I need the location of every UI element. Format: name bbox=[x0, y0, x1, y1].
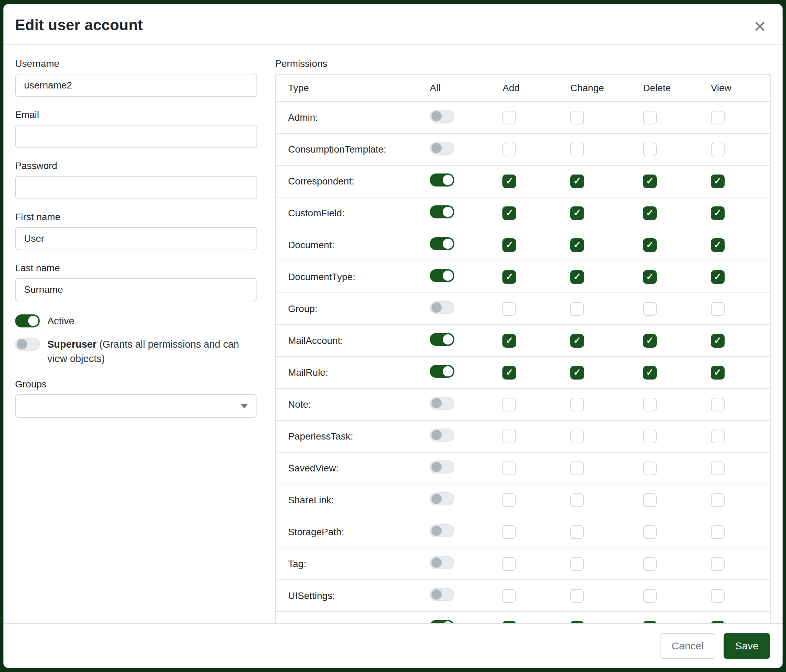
delete-checkbox[interactable] bbox=[643, 302, 657, 316]
view-checkbox[interactable]: ✓ bbox=[711, 174, 725, 188]
view-checkbox[interactable] bbox=[711, 557, 725, 571]
last-name-field[interactable] bbox=[15, 278, 257, 301]
view-checkbox[interactable] bbox=[711, 589, 725, 603]
change-checkbox[interactable] bbox=[570, 302, 584, 316]
all-toggle[interactable] bbox=[430, 524, 454, 537]
change-checkbox[interactable]: ✓ bbox=[570, 206, 584, 220]
change-checkbox[interactable]: ✓ bbox=[570, 334, 584, 348]
view-checkbox[interactable] bbox=[711, 111, 725, 124]
view-checkbox[interactable]: ✓ bbox=[711, 334, 725, 348]
delete-checkbox[interactable]: ✓ bbox=[643, 270, 657, 284]
change-checkbox[interactable]: ✓ bbox=[570, 621, 584, 624]
add-checkbox[interactable] bbox=[502, 462, 516, 475]
delete-checkbox[interactable] bbox=[643, 557, 657, 571]
all-toggle[interactable] bbox=[430, 588, 454, 601]
change-checkbox[interactable]: ✓ bbox=[570, 238, 584, 252]
save-button[interactable]: Save bbox=[723, 633, 770, 659]
add-checkbox[interactable] bbox=[502, 111, 516, 124]
all-toggle[interactable] bbox=[430, 206, 454, 218]
delete-checkbox[interactable]: ✓ bbox=[643, 238, 657, 252]
all-toggle[interactable] bbox=[430, 620, 454, 623]
add-checkbox[interactable]: ✓ bbox=[502, 270, 516, 284]
add-checkbox[interactable] bbox=[502, 589, 516, 603]
all-toggle[interactable] bbox=[430, 333, 454, 346]
password-field[interactable] bbox=[15, 176, 257, 199]
delete-checkbox[interactable] bbox=[643, 143, 657, 156]
all-toggle[interactable] bbox=[430, 429, 454, 441]
delete-checkbox[interactable] bbox=[643, 493, 657, 507]
first-name-field[interactable] bbox=[15, 227, 257, 250]
add-checkbox[interactable] bbox=[502, 398, 516, 411]
view-checkbox[interactable]: ✓ bbox=[711, 270, 725, 284]
change-checkbox[interactable] bbox=[570, 493, 584, 507]
add-checkbox[interactable] bbox=[502, 557, 516, 571]
add-checkbox[interactable]: ✓ bbox=[502, 206, 516, 220]
close-icon[interactable]: × bbox=[754, 16, 771, 34]
permission-row: StoragePath: bbox=[275, 516, 770, 548]
delete-checkbox[interactable]: ✓ bbox=[643, 206, 657, 220]
all-toggle[interactable] bbox=[430, 460, 454, 474]
add-checkbox[interactable] bbox=[502, 430, 516, 443]
view-checkbox[interactable] bbox=[711, 493, 725, 507]
view-checkbox[interactable]: ✓ bbox=[711, 238, 725, 252]
delete-checkbox[interactable] bbox=[643, 430, 657, 443]
change-checkbox[interactable] bbox=[570, 143, 584, 156]
change-checkbox[interactable]: ✓ bbox=[570, 366, 584, 380]
view-checkbox[interactable] bbox=[711, 462, 725, 475]
change-checkbox[interactable] bbox=[570, 462, 584, 475]
all-toggle[interactable] bbox=[430, 492, 454, 506]
add-checkbox[interactable]: ✓ bbox=[502, 174, 516, 188]
password-label: Password bbox=[15, 160, 257, 171]
change-checkbox[interactable] bbox=[570, 111, 584, 124]
view-checkbox[interactable] bbox=[711, 302, 725, 316]
username-input[interactable] bbox=[15, 74, 257, 97]
view-checkbox[interactable] bbox=[711, 525, 725, 539]
add-checkbox[interactable] bbox=[502, 493, 516, 507]
delete-checkbox[interactable]: ✓ bbox=[643, 366, 657, 380]
add-checkbox[interactable] bbox=[502, 143, 516, 156]
add-checkbox[interactable]: ✓ bbox=[502, 366, 516, 380]
all-toggle[interactable] bbox=[430, 110, 454, 123]
delete-checkbox[interactable] bbox=[643, 525, 657, 539]
all-toggle[interactable] bbox=[430, 173, 454, 187]
change-checkbox[interactable] bbox=[570, 525, 584, 539]
delete-checkbox[interactable] bbox=[643, 462, 657, 475]
groups-select[interactable] bbox=[15, 394, 257, 418]
superuser-toggle[interactable] bbox=[15, 338, 40, 351]
all-toggle[interactable] bbox=[430, 237, 454, 250]
all-toggle[interactable] bbox=[430, 397, 454, 410]
delete-checkbox[interactable] bbox=[643, 589, 657, 603]
all-toggle[interactable] bbox=[430, 556, 454, 569]
superuser-text: Superuser(Grants all permissions and can… bbox=[47, 337, 257, 366]
all-toggle[interactable] bbox=[430, 141, 454, 155]
email-field[interactable] bbox=[15, 125, 257, 148]
add-checkbox[interactable] bbox=[502, 525, 516, 539]
add-checkbox[interactable]: ✓ bbox=[502, 621, 516, 624]
delete-checkbox[interactable] bbox=[643, 111, 657, 124]
active-toggle[interactable] bbox=[15, 314, 40, 327]
view-checkbox[interactable] bbox=[711, 430, 725, 443]
change-checkbox[interactable] bbox=[570, 589, 584, 603]
change-checkbox[interactable]: ✓ bbox=[570, 270, 584, 284]
add-checkbox[interactable] bbox=[502, 302, 516, 316]
view-checkbox[interactable]: ✓ bbox=[711, 621, 725, 624]
view-checkbox[interactable]: ✓ bbox=[711, 206, 725, 220]
delete-checkbox[interactable]: ✓ bbox=[643, 621, 657, 624]
view-checkbox[interactable] bbox=[711, 398, 725, 411]
all-toggle[interactable] bbox=[430, 301, 454, 314]
user-form: Username Email Password First name Last … bbox=[15, 58, 257, 617]
delete-checkbox[interactable]: ✓ bbox=[643, 334, 657, 348]
all-toggle[interactable] bbox=[430, 365, 454, 378]
add-checkbox[interactable]: ✓ bbox=[502, 238, 516, 252]
change-checkbox[interactable] bbox=[570, 430, 584, 443]
all-toggle[interactable] bbox=[430, 269, 454, 282]
change-checkbox[interactable]: ✓ bbox=[570, 174, 584, 188]
delete-checkbox[interactable]: ✓ bbox=[643, 174, 657, 188]
delete-checkbox[interactable] bbox=[643, 398, 657, 411]
change-checkbox[interactable] bbox=[570, 557, 584, 571]
view-checkbox[interactable] bbox=[711, 143, 725, 156]
cancel-button[interactable]: Cancel bbox=[660, 633, 715, 659]
view-checkbox[interactable]: ✓ bbox=[711, 366, 725, 380]
add-checkbox[interactable]: ✓ bbox=[502, 334, 516, 348]
change-checkbox[interactable] bbox=[570, 398, 584, 411]
